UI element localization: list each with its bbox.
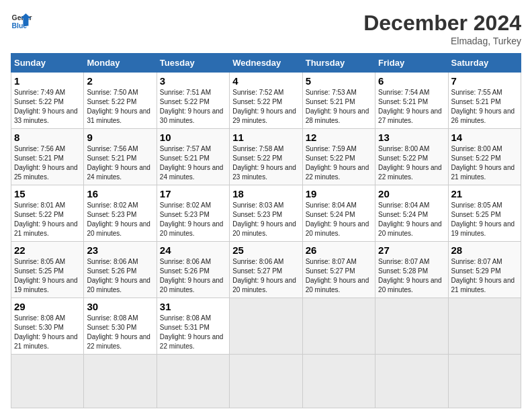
calendar-cell: 28Sunrise: 8:07 AMSunset: 5:29 PMDayligh… [448,242,521,298]
page-header: General Blue December 2024 Elmadag, Turk… [11,11,521,46]
title-block: December 2024 Elmadag, Turkey [363,11,521,46]
day-info: Sunrise: 8:00 AMSunset: 5:22 PMDaylight:… [378,144,445,182]
day-number: 21 [451,188,518,199]
day-info: Sunrise: 7:53 AMSunset: 5:21 PMDaylight:… [306,88,372,126]
calendar-cell: 17Sunrise: 8:02 AMSunset: 5:23 PMDayligh… [157,185,229,242]
day-info: Sunrise: 8:06 AMSunset: 5:26 PMDaylight:… [160,257,226,295]
calendar-cell: 23Sunrise: 8:06 AMSunset: 5:26 PMDayligh… [84,242,157,298]
header-sunday: Sunday [11,54,84,73]
calendar-cell: 11Sunrise: 7:58 AMSunset: 5:22 PMDayligh… [230,129,302,185]
day-info: Sunrise: 8:00 AMSunset: 5:22 PMDaylight:… [451,144,518,182]
header-tuesday: Tuesday [157,54,229,73]
day-info: Sunrise: 7:54 AMSunset: 5:21 PMDaylight:… [378,88,445,126]
header-friday: Friday [375,54,448,73]
calendar-cell: 12Sunrise: 7:59 AMSunset: 5:22 PMDayligh… [302,129,375,185]
calendar-cell: 9Sunrise: 7:56 AMSunset: 5:21 PMDaylight… [84,129,157,185]
day-info: Sunrise: 8:08 AMSunset: 5:31 PMDaylight:… [160,314,226,351]
calendar-week-2: 8Sunrise: 7:56 AMSunset: 5:21 PMDaylight… [11,129,521,185]
day-info: Sunrise: 7:58 AMSunset: 5:22 PMDaylight:… [232,144,299,182]
calendar-week-5: 29Sunrise: 8:08 AMSunset: 5:30 PMDayligh… [11,298,521,355]
day-number: 7 [451,75,518,87]
calendar-cell: 14Sunrise: 8:00 AMSunset: 5:22 PMDayligh… [448,129,521,185]
calendar-cell: 27Sunrise: 8:07 AMSunset: 5:28 PMDayligh… [375,242,448,298]
day-number: 14 [451,132,518,143]
day-info: Sunrise: 8:05 AMSunset: 5:25 PMDaylight:… [14,257,81,295]
logo-icon: General Blue [11,11,32,32]
day-info: Sunrise: 8:07 AMSunset: 5:29 PMDaylight:… [451,257,518,295]
header-thursday: Thursday [302,54,375,73]
calendar-cell: 7Sunrise: 7:55 AMSunset: 5:21 PMDaylight… [448,73,521,129]
day-info: Sunrise: 7:56 AMSunset: 5:21 PMDaylight:… [87,144,153,182]
calendar-cell: 20Sunrise: 8:04 AMSunset: 5:24 PMDayligh… [375,185,448,242]
day-info: Sunrise: 7:55 AMSunset: 5:21 PMDaylight:… [451,88,518,126]
day-info: Sunrise: 7:56 AMSunset: 5:21 PMDaylight:… [14,144,81,182]
calendar-cell: 13Sunrise: 8:00 AMSunset: 5:22 PMDayligh… [375,129,448,185]
day-number: 12 [306,132,372,143]
calendar-cell: 18Sunrise: 8:03 AMSunset: 5:23 PMDayligh… [230,185,302,242]
calendar-cell: 8Sunrise: 7:56 AMSunset: 5:21 PMDaylight… [11,129,84,185]
day-info: Sunrise: 8:06 AMSunset: 5:26 PMDaylight:… [87,257,153,295]
calendar-week-6 [11,355,521,408]
calendar-week-4: 22Sunrise: 8:05 AMSunset: 5:25 PMDayligh… [11,242,521,298]
day-number: 31 [160,301,226,312]
calendar-week-3: 15Sunrise: 8:01 AMSunset: 5:22 PMDayligh… [11,185,521,242]
day-info: Sunrise: 8:07 AMSunset: 5:28 PMDaylight:… [378,257,445,295]
day-info: Sunrise: 8:02 AMSunset: 5:23 PMDaylight:… [87,201,153,238]
day-number: 29 [14,301,81,312]
day-info: Sunrise: 8:03 AMSunset: 5:23 PMDaylight:… [232,201,299,238]
day-info: Sunrise: 8:01 AMSunset: 5:22 PMDaylight:… [14,201,81,238]
location: Elmadag, Turkey [363,36,521,46]
calendar-cell: 31Sunrise: 8:08 AMSunset: 5:31 PMDayligh… [157,298,229,355]
header-saturday: Saturday [448,54,521,73]
calendar-cell [302,355,375,408]
day-info: Sunrise: 7:59 AMSunset: 5:22 PMDaylight:… [306,144,372,182]
calendar-cell: 19Sunrise: 8:04 AMSunset: 5:24 PMDayligh… [302,185,375,242]
day-number: 2 [87,75,153,87]
day-number: 22 [14,244,81,256]
day-number: 5 [306,75,372,87]
day-info: Sunrise: 8:02 AMSunset: 5:23 PMDaylight:… [160,201,226,238]
day-number: 18 [232,188,299,199]
day-number: 19 [306,188,372,199]
calendar-cell [302,298,375,355]
calendar-cell: 15Sunrise: 8:01 AMSunset: 5:22 PMDayligh… [11,185,84,242]
day-number: 28 [451,244,518,256]
day-number: 17 [160,188,226,199]
header-wednesday: Wednesday [230,54,302,73]
calendar-cell: 4Sunrise: 7:52 AMSunset: 5:22 PMDaylight… [230,73,302,129]
calendar-cell [375,355,448,408]
day-number: 16 [87,188,153,199]
calendar-cell: 25Sunrise: 8:06 AMSunset: 5:27 PMDayligh… [230,242,302,298]
calendar-cell: 1Sunrise: 7:49 AMSunset: 5:22 PMDaylight… [11,73,84,129]
calendar-cell: 22Sunrise: 8:05 AMSunset: 5:25 PMDayligh… [11,242,84,298]
day-info: Sunrise: 7:57 AMSunset: 5:21 PMDaylight:… [160,144,226,182]
calendar-cell: 3Sunrise: 7:51 AMSunset: 5:22 PMDaylight… [157,73,229,129]
calendar-cell [230,298,302,355]
calendar-cell: 21Sunrise: 8:05 AMSunset: 5:25 PMDayligh… [448,185,521,242]
calendar-cell [11,355,84,408]
day-info: Sunrise: 8:06 AMSunset: 5:27 PMDaylight:… [232,257,299,295]
day-number: 23 [87,244,153,256]
day-info: Sunrise: 7:50 AMSunset: 5:22 PMDaylight:… [87,88,153,126]
month-title: December 2024 [363,11,521,36]
day-number: 6 [378,75,445,87]
day-number: 13 [378,132,445,143]
calendar-cell: 24Sunrise: 8:06 AMSunset: 5:26 PMDayligh… [157,242,229,298]
calendar-cell: 29Sunrise: 8:08 AMSunset: 5:30 PMDayligh… [11,298,84,355]
day-info: Sunrise: 7:49 AMSunset: 5:22 PMDaylight:… [14,88,81,126]
header-monday: Monday [84,54,157,73]
logo: General Blue [11,11,32,32]
calendar-cell [230,355,302,408]
day-info: Sunrise: 8:08 AMSunset: 5:30 PMDaylight:… [14,314,81,351]
day-info: Sunrise: 7:52 AMSunset: 5:22 PMDaylight:… [232,88,299,126]
calendar-cell: 6Sunrise: 7:54 AMSunset: 5:21 PMDaylight… [375,73,448,129]
day-number: 10 [160,132,226,143]
day-info: Sunrise: 8:08 AMSunset: 5:30 PMDaylight:… [87,314,153,351]
calendar-week-1: 1Sunrise: 7:49 AMSunset: 5:22 PMDaylight… [11,73,521,129]
calendar-cell [448,298,521,355]
calendar-cell: 30Sunrise: 8:08 AMSunset: 5:30 PMDayligh… [84,298,157,355]
day-number: 1 [14,75,81,87]
calendar-cell [157,355,229,408]
calendar-cell [448,355,521,408]
day-number: 4 [232,75,299,87]
